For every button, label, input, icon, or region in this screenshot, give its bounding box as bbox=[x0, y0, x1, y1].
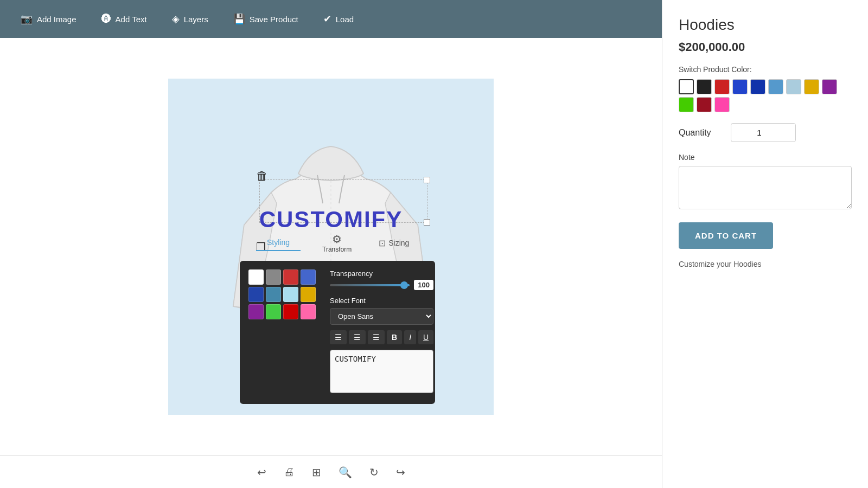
product-color-swatch[interactable] bbox=[822, 79, 837, 94]
add-text-label: Add Text bbox=[116, 15, 147, 24]
layers-label: Layers bbox=[184, 15, 208, 24]
text-icon: 🅐 bbox=[101, 14, 111, 25]
product-price: $200,000.00 bbox=[679, 40, 852, 54]
product-color-picker bbox=[679, 79, 852, 112]
save-icon: 💾 bbox=[233, 13, 245, 25]
editor-color-swatch[interactable] bbox=[301, 304, 316, 319]
align-left-button[interactable]: ☰ bbox=[330, 330, 347, 344]
note-label: Note bbox=[679, 153, 852, 162]
add-image-label: Add Image bbox=[37, 15, 76, 24]
main-toolbar: 📷 Add Image 🅐 Add Text ◈ Layers 💾 Save P… bbox=[0, 0, 662, 38]
note-textarea[interactable] bbox=[679, 166, 852, 209]
canvas-area: 🗑 ❐ CUSTOMIFY Styling ⚙ Transform ⊡ Sizi… bbox=[0, 38, 662, 455]
undo-button[interactable]: ↩ bbox=[254, 463, 270, 482]
slider-thumb[interactable] bbox=[400, 281, 408, 289]
editor-color-swatch[interactable] bbox=[248, 304, 264, 319]
sizing-button[interactable]: ⊡ Sizing bbox=[379, 238, 409, 248]
product-color-swatch[interactable] bbox=[679, 79, 694, 94]
save-product-button[interactable]: 💾 Save Product bbox=[224, 9, 308, 29]
editor-color-swatch[interactable] bbox=[248, 269, 264, 285]
bold-button[interactable]: B bbox=[387, 330, 402, 344]
layers-button[interactable]: ◈ Layers bbox=[162, 9, 218, 29]
product-color-swatch[interactable] bbox=[697, 79, 712, 94]
editor-color-swatch[interactable] bbox=[283, 304, 298, 319]
transparency-value: 100 bbox=[414, 280, 433, 290]
color-section-label: Switch Product Color: bbox=[679, 65, 852, 74]
font-select[interactable]: Open Sans Arial Roboto bbox=[330, 308, 433, 325]
format-buttons: ☰ ☰ ☰ B I U bbox=[330, 330, 433, 344]
editor-color-swatch[interactable] bbox=[283, 269, 298, 285]
zoom-button[interactable]: 🔍 bbox=[335, 463, 355, 482]
canvas-container[interactable]: 🗑 ❐ CUSTOMIFY Styling ⚙ Transform ⊡ Sizi… bbox=[168, 79, 494, 415]
load-icon: ✔ bbox=[323, 13, 331, 25]
product-color-swatch[interactable] bbox=[786, 79, 801, 94]
customize-note: Customize your Hoodies bbox=[679, 260, 852, 268]
underline-button[interactable]: U bbox=[418, 330, 433, 344]
styling-tab[interactable]: Styling bbox=[256, 235, 301, 251]
load-label: Load bbox=[336, 15, 354, 24]
editor-color-swatch[interactable] bbox=[301, 287, 316, 302]
italic-button[interactable]: I bbox=[404, 330, 416, 344]
editor-color-swatch[interactable] bbox=[248, 287, 264, 302]
add-text-button[interactable]: 🅐 Add Text bbox=[92, 9, 157, 29]
editor-color-swatch[interactable] bbox=[283, 287, 298, 302]
transform-label: Transform bbox=[322, 246, 352, 253]
gear-icon: ⚙ bbox=[332, 233, 342, 246]
transform-button[interactable]: ⚙ Transform bbox=[322, 233, 352, 253]
add-to-cart-button[interactable]: ADD TO CART bbox=[679, 222, 773, 249]
quantity-row: Quantity bbox=[679, 123, 852, 142]
delete-icon[interactable]: 🗑 bbox=[256, 169, 268, 183]
refresh-button[interactable]: ↻ bbox=[366, 463, 382, 482]
left-panel: 📷 Add Image 🅐 Add Text ◈ Layers 💾 Save P… bbox=[0, 0, 662, 488]
editor-color-swatch[interactable] bbox=[301, 269, 316, 285]
layers-icon: ◈ bbox=[172, 13, 180, 25]
product-color-swatch[interactable] bbox=[697, 97, 712, 112]
product-color-swatch[interactable] bbox=[750, 79, 765, 94]
resize-handle-br[interactable] bbox=[424, 219, 430, 226]
align-center-button[interactable]: ☰ bbox=[349, 330, 366, 344]
transparency-slider[interactable] bbox=[330, 284, 410, 286]
transparency-row: 100 bbox=[330, 280, 433, 290]
sizing-label: Sizing bbox=[388, 239, 409, 247]
product-color-swatch[interactable] bbox=[679, 97, 694, 112]
product-color-swatch[interactable] bbox=[714, 79, 730, 94]
redo-button[interactable]: ↪ bbox=[393, 463, 409, 482]
editor-color-swatch[interactable] bbox=[266, 304, 281, 319]
product-color-swatch[interactable] bbox=[804, 79, 819, 94]
save-product-label: Save Product bbox=[250, 15, 298, 24]
panel-right: Transparency 100 Select Font Open Sans A… bbox=[321, 269, 433, 395]
product-color-swatch[interactable] bbox=[714, 97, 730, 112]
print-button[interactable]: 🖨 bbox=[280, 463, 298, 481]
quantity-label: Quantity bbox=[679, 128, 722, 138]
color-grid bbox=[248, 269, 316, 395]
editor-color-swatch[interactable] bbox=[266, 269, 281, 285]
select-font-label: Select Font bbox=[330, 297, 433, 305]
load-button[interactable]: ✔ Load bbox=[314, 9, 363, 29]
product-title: Hoodies bbox=[679, 16, 852, 34]
text-content-input[interactable]: CUSTOMIFY bbox=[330, 350, 433, 393]
quantity-input[interactable] bbox=[731, 123, 796, 142]
right-panel: Hoodies $200,000.00 Switch Product Color… bbox=[662, 0, 868, 488]
styling-panel: Transparency 100 Select Font Open Sans A… bbox=[240, 261, 435, 404]
product-color-swatch[interactable] bbox=[768, 79, 783, 94]
camera-icon: 📷 bbox=[21, 13, 33, 25]
canvas-text-element[interactable]: CUSTOMIFY bbox=[259, 207, 403, 233]
align-right-button[interactable]: ☰ bbox=[368, 330, 385, 344]
resize-handle-tr[interactable] bbox=[424, 177, 430, 183]
grid-button[interactable]: ⊞ bbox=[309, 463, 324, 482]
bottom-toolbar: ↩ 🖨 ⊞ 🔍 ↻ ↪ bbox=[0, 455, 662, 488]
add-image-button[interactable]: 📷 Add Image bbox=[11, 9, 86, 29]
sizing-icon: ⊡ bbox=[379, 238, 386, 248]
editor-color-swatch[interactable] bbox=[266, 287, 281, 302]
transparency-label: Transparency bbox=[330, 269, 433, 278]
product-color-swatch[interactable] bbox=[732, 79, 748, 94]
